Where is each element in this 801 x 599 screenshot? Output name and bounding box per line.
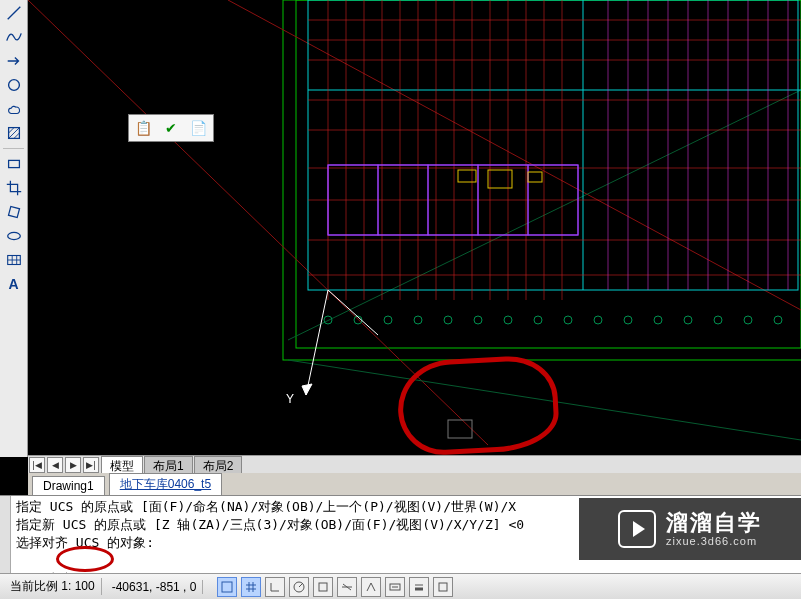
toolbar-separator: [3, 148, 25, 149]
arrow-tool-icon[interactable]: [3, 50, 25, 72]
ellipse-tool-icon[interactable]: [3, 225, 25, 247]
tab-nav-prev-icon[interactable]: ◀: [47, 457, 63, 473]
watermark-title: 溜溜自学: [666, 510, 762, 535]
svg-point-71: [744, 316, 752, 324]
svg-line-10: [288, 90, 801, 340]
tab-nav-next-icon[interactable]: ▶: [65, 457, 81, 473]
clipboard-check-icon[interactable]: 📋: [135, 120, 152, 136]
spline-tool-icon[interactable]: [3, 26, 25, 48]
svg-point-0: [8, 80, 19, 91]
circle-tool-icon[interactable]: [3, 74, 25, 96]
polar-toggle-icon[interactable]: [289, 577, 309, 597]
rotated-rect-tool-icon[interactable]: [3, 201, 25, 223]
svg-rect-79: [319, 583, 327, 591]
check-icon[interactable]: ✔: [165, 120, 177, 136]
svg-point-62: [474, 316, 482, 324]
dynamic-ucs-toggle-icon[interactable]: [361, 577, 381, 597]
tab-nav-last-icon[interactable]: ▶|: [83, 457, 99, 473]
floating-check-toolbar[interactable]: 📋 ✔ 📄: [128, 114, 214, 142]
revcloud-tool-icon[interactable]: [3, 98, 25, 120]
svg-point-61: [444, 316, 452, 324]
model-toggle-icon[interactable]: [433, 577, 453, 597]
rectangle-tool-icon[interactable]: [3, 153, 25, 175]
svg-marker-74: [302, 384, 312, 395]
svg-point-63: [504, 316, 512, 324]
svg-rect-81: [439, 583, 447, 591]
osnap-toggle-icon[interactable]: [313, 577, 333, 597]
ortho-toggle-icon[interactable]: [265, 577, 285, 597]
status-bar: 当前比例 1: 100 -40631, -851 , 0: [0, 573, 801, 599]
layout-tabs-row: |◀ ◀ ▶ ▶| 模型 布局1 布局2: [28, 455, 801, 475]
cmd-history-line: 指定 UCS 的原点或 [面(F)/命名(NA)/对象(OB)/上一个(P)/视…: [16, 499, 516, 514]
svg-point-65: [564, 316, 572, 324]
svg-rect-3: [8, 206, 19, 217]
file-tab-underground[interactable]: 地下车库0406_t5: [109, 473, 222, 495]
status-coordinates[interactable]: -40631, -851 , 0: [106, 580, 204, 594]
svg-point-60: [414, 316, 422, 324]
svg-rect-2: [8, 160, 19, 167]
svg-rect-54: [458, 170, 476, 182]
crop-tool-icon[interactable]: [3, 177, 25, 199]
command-grip[interactable]: [0, 496, 11, 573]
svg-line-9: [228, 0, 801, 310]
line-tool-icon[interactable]: [3, 2, 25, 24]
svg-point-67: [624, 316, 632, 324]
dyn-input-toggle-icon[interactable]: [385, 577, 405, 597]
text-tool-icon[interactable]: A: [3, 273, 25, 295]
svg-point-66: [594, 316, 602, 324]
svg-point-59: [384, 316, 392, 324]
svg-point-4: [7, 232, 20, 239]
otrack-toggle-icon[interactable]: [337, 577, 357, 597]
watermark-url: zixue.3d66.com: [666, 535, 757, 548]
clipboard-copy-icon[interactable]: 📄: [190, 120, 207, 136]
snap-toggle-icon[interactable]: [217, 577, 237, 597]
svg-rect-55: [488, 170, 512, 188]
lineweight-toggle-icon[interactable]: [409, 577, 429, 597]
svg-point-64: [534, 316, 542, 324]
status-scale: 当前比例 1: 100: [4, 578, 102, 595]
svg-point-69: [684, 316, 692, 324]
watermark-badge: 溜溜自学 zixue.3d66.com: [579, 498, 801, 560]
svg-rect-12: [308, 0, 798, 290]
hatch-fill-tool-icon[interactable]: [3, 122, 25, 144]
svg-rect-56: [528, 172, 542, 182]
play-icon: [618, 510, 656, 548]
drawing-content: [28, 0, 801, 455]
file-tabs-row: Drawing1 地下车库0406_t5: [28, 473, 801, 496]
svg-line-11: [288, 360, 801, 440]
table-tool-icon[interactable]: [3, 249, 25, 271]
svg-rect-77: [222, 582, 232, 592]
grid-toggle-icon[interactable]: [241, 577, 261, 597]
left-toolbar: A: [0, 0, 28, 457]
svg-rect-7: [296, 0, 801, 348]
ucs-y-label: Y: [286, 392, 294, 406]
file-tab-drawing1[interactable]: Drawing1: [32, 476, 105, 495]
tab-nav-first-icon[interactable]: |◀: [29, 457, 45, 473]
svg-line-75: [328, 290, 378, 335]
svg-point-68: [654, 316, 662, 324]
svg-line-73: [306, 290, 328, 395]
drawing-canvas[interactable]: Y 📋 ✔ 📄: [28, 0, 801, 455]
svg-point-70: [714, 316, 722, 324]
svg-point-72: [774, 316, 782, 324]
svg-line-8: [28, 0, 488, 445]
svg-rect-76: [448, 420, 472, 438]
